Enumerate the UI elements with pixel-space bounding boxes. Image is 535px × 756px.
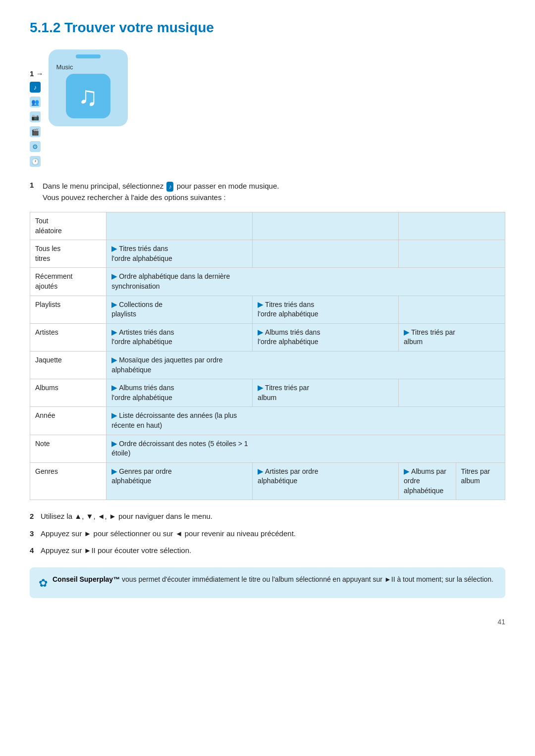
level1-cell: ▶Genres par ordrealphabétique bbox=[107, 462, 253, 500]
level3-cell: ▶Albums par ordrealphabétique Titres par… bbox=[399, 462, 505, 500]
arrow-icon: ▶ bbox=[111, 272, 117, 280]
table-row: Artistes ▶Artistes triés dansl'ordre alp… bbox=[30, 323, 505, 351]
video-sidebar-icon: 🎬 bbox=[30, 126, 41, 137]
arrow-icon: ▶ bbox=[111, 328, 117, 336]
level3-cell bbox=[399, 240, 505, 268]
device-screen: Music ♫ bbox=[49, 50, 128, 126]
level1-cell-wide: ▶Ordre alphabétique dans la dernièresync… bbox=[107, 268, 505, 296]
category-cell: Artistes bbox=[30, 323, 107, 351]
step3: 3 Appuyez sur ► pour sélectionner ou sur… bbox=[30, 528, 505, 540]
device-icon-area: ♫ bbox=[66, 74, 110, 118]
table-row: Genres ▶Genres par ordrealphabétique ▶Ar… bbox=[30, 462, 505, 500]
camera-sidebar-icon: 📷 bbox=[30, 111, 41, 122]
music-sidebar-icon: ♪ bbox=[30, 82, 41, 93]
table-row: Albums ▶Albums triés dansl'ordre alphabé… bbox=[30, 379, 505, 407]
level2-cell: ▶Titres triés dansl'ordre alphabétique bbox=[253, 296, 399, 323]
arrow-icon: ▶ bbox=[258, 384, 263, 392]
category-cell: Récemmentajoutés bbox=[30, 268, 107, 296]
sidebar-icons: 1 → ♪ 👥 📷 🎬 ⚙ 🕐 bbox=[30, 50, 44, 167]
table-row: Année ▶Liste décroissante des années (la… bbox=[30, 407, 505, 435]
level1-cell-wide: ▶Mosaïque des jaquettes par ordrealphabé… bbox=[107, 351, 505, 379]
category-cell: Tous lestitres bbox=[30, 240, 107, 268]
table-row: Playlists ▶Collections deplaylists ▶Titr… bbox=[30, 296, 505, 323]
step1-text: Dans le menu principal, sélectionnez ♪ p… bbox=[43, 181, 279, 203]
step4: 4 Appuyez sur ►II pour écouter votre sél… bbox=[30, 545, 505, 556]
step2-number: 2 bbox=[30, 511, 41, 522]
music-icon-inline: ♪ bbox=[166, 182, 173, 192]
sub-cell-albums: ▶Albums par ordrealphabétique bbox=[399, 463, 456, 500]
category-cell: Année bbox=[30, 407, 107, 435]
tip-text: Conseil Superplay™ vous permet d'écouter… bbox=[53, 574, 493, 585]
level3-cell bbox=[399, 379, 505, 407]
tip-icon: ✿ bbox=[39, 575, 48, 591]
step3-number: 3 bbox=[30, 528, 41, 540]
level2-cell bbox=[253, 240, 399, 268]
level3-cell bbox=[399, 296, 505, 323]
device-illustration: 1 → ♪ 👥 📷 🎬 ⚙ 🕐 Music ♫ bbox=[30, 50, 505, 167]
level1-cell-wide: ▶Liste décroissante des années (la plusr… bbox=[107, 407, 505, 435]
table-row: Récemmentajoutés ▶Ordre alphabétique dan… bbox=[30, 268, 505, 296]
level1-cell bbox=[107, 212, 253, 240]
page-number: 41 bbox=[30, 618, 505, 626]
table-row: Tous lestitres ▶Titres triés dansl'ordre… bbox=[30, 240, 505, 268]
music-note-icon: ♫ bbox=[78, 81, 98, 111]
level2-cell bbox=[253, 212, 399, 240]
category-cell: Albums bbox=[30, 379, 107, 407]
arrow-icon: ▶ bbox=[258, 467, 263, 475]
step1-number: 1 bbox=[30, 181, 40, 189]
level3-cell bbox=[399, 212, 505, 240]
tip-body: vous permet d'écouter immédiatement le t… bbox=[122, 575, 493, 583]
step-indicator: 1 → bbox=[30, 69, 44, 78]
arrow-icon: ▶ bbox=[111, 440, 117, 448]
step4-text: Appuyez sur ►II pour écouter votre sélec… bbox=[41, 545, 191, 556]
device-top-bar bbox=[76, 54, 101, 58]
step2: 2 Utilisez la ▲, ▼, ◄, ► pour naviguer d… bbox=[30, 511, 505, 522]
category-cell: Note bbox=[30, 435, 107, 462]
settings-sidebar-icon: ⚙ bbox=[30, 141, 41, 152]
table-row: Jaquette ▶Mosaïque des jaquettes par ord… bbox=[30, 351, 505, 379]
people-sidebar-icon: 👥 bbox=[30, 97, 41, 107]
sub-cell-titres: Titres paralbum bbox=[456, 463, 505, 500]
arrow-icon: ▶ bbox=[404, 467, 409, 475]
arrow-icon: ▶ bbox=[404, 328, 409, 336]
arrow-icon: ▶ bbox=[111, 467, 117, 475]
level2-cell: ▶Titres triés paralbum bbox=[253, 379, 399, 407]
arrow-icon: ▶ bbox=[258, 301, 263, 308]
table-row: Toutaléatoire bbox=[30, 212, 505, 240]
tip-box: ✿ Conseil Superplay™ vous permet d'écout… bbox=[30, 567, 505, 598]
device-label: Music bbox=[53, 63, 73, 71]
level1-cell: ▶Collections deplaylists bbox=[107, 296, 253, 323]
category-cell: Playlists bbox=[30, 296, 107, 323]
navigation-table: Toutaléatoire Tous lestitres ▶Titres tri… bbox=[30, 212, 505, 500]
arrow-icon: ▶ bbox=[111, 411, 117, 419]
level1-cell: ▶Artistes triés dansl'ordre alphabétique bbox=[107, 323, 253, 351]
clock-sidebar-icon: 🕐 bbox=[30, 156, 41, 167]
level1-cell: ▶Titres triés dansl'ordre alphabétique bbox=[107, 240, 253, 268]
category-cell: Jaquette bbox=[30, 351, 107, 379]
category-cell: Genres bbox=[30, 462, 107, 500]
level2-cell: ▶Albums triés dansl'ordre alphabétique bbox=[253, 323, 399, 351]
step3-text: Appuyez sur ► pour sélectionner ou sur ◄… bbox=[41, 528, 296, 540]
step2-text: Utilisez la ▲, ▼, ◄, ► pour naviguer dan… bbox=[41, 511, 213, 522]
arrow-icon: ▶ bbox=[111, 356, 117, 364]
arrow-icon: ▶ bbox=[111, 245, 117, 252]
arrow-icon: ▶ bbox=[111, 384, 117, 392]
level2-cell: ▶Artistes par ordrealphabétique bbox=[253, 462, 399, 500]
section-heading: 5.1.2 Trouver votre musique bbox=[30, 20, 505, 36]
arrow-icon: ▶ bbox=[111, 301, 117, 308]
tip-label: Conseil Superplay™ bbox=[53, 575, 120, 583]
arrow-icon: ▶ bbox=[258, 328, 263, 336]
step4-number: 4 bbox=[30, 545, 41, 556]
steps-list: 2 Utilisez la ▲, ▼, ◄, ► pour naviguer d… bbox=[30, 511, 505, 556]
table-row: Note ▶Ordre décroissant des notes (5 éto… bbox=[30, 435, 505, 462]
level1-cell-wide: ▶Ordre décroissant des notes (5 étoiles … bbox=[107, 435, 505, 462]
category-cell: Toutaléatoire bbox=[30, 212, 107, 240]
level3-cell: ▶Titres triés paralbum bbox=[399, 323, 505, 351]
step1-container: 1 Dans le menu principal, sélectionnez ♪… bbox=[30, 181, 505, 203]
level1-cell: ▶Albums triés dansl'ordre alphabétique bbox=[107, 379, 253, 407]
